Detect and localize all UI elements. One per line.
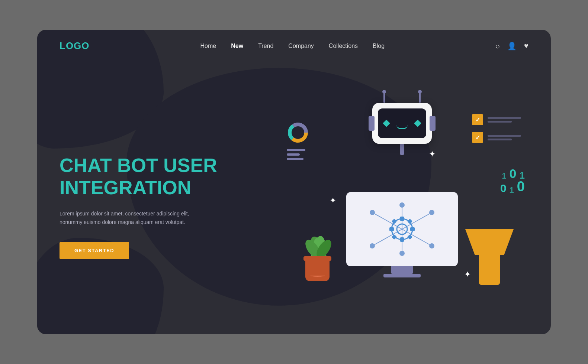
monitor-base <box>383 274 421 277</box>
check-lines-2 <box>488 135 521 140</box>
funnel <box>465 229 514 285</box>
svg-point-14 <box>399 251 405 256</box>
robot-head <box>372 103 432 144</box>
svg-point-12 <box>429 243 434 248</box>
binary-numbers: 1 0 1 0 1 0 <box>500 166 525 195</box>
chart-bar <box>287 158 303 160</box>
eye-diamond-left <box>383 120 390 127</box>
check-line <box>488 139 512 140</box>
robot-head-wrapper <box>372 103 432 144</box>
heart-icon[interactable]: ♥ <box>524 42 528 50</box>
gear-network-svg <box>357 198 447 261</box>
nav-item-new[interactable]: New <box>231 43 243 49</box>
hero-description: Lorem ipsum dolor sit amet, consectetuer… <box>60 209 193 227</box>
robot-eye-right <box>415 121 420 126</box>
svg-point-11 <box>370 243 375 248</box>
check-line <box>488 135 521 137</box>
svg-rect-17 <box>400 217 404 221</box>
robot-ear-left <box>369 116 375 131</box>
check-line <box>488 121 512 123</box>
illustration: ✓ ✓ 1 0 <box>276 92 528 315</box>
check-box-1: ✓ <box>472 114 483 125</box>
monitor-stand <box>391 266 413 274</box>
svg-rect-21 <box>407 219 412 224</box>
svg-rect-18 <box>400 237 404 242</box>
plant <box>305 256 331 281</box>
funnel-top <box>465 229 514 255</box>
logo[interactable]: LOGO <box>60 40 90 52</box>
funnel-middle <box>479 255 500 285</box>
svg-rect-22 <box>392 219 397 224</box>
nav-link-new[interactable]: New <box>231 43 243 49</box>
nav-link-home[interactable]: Home <box>200 43 216 49</box>
sparkle-icon-3: ✦ <box>464 270 471 279</box>
robot-face <box>378 108 426 138</box>
nav-item-collections[interactable]: Collections <box>329 43 358 49</box>
chart-bars <box>287 149 309 160</box>
nav-links: Home New Trend Company Collections Blog <box>200 43 385 49</box>
robot-body-connector <box>400 144 404 155</box>
nav-link-blog[interactable]: Blog <box>373 43 385 49</box>
svg-rect-24 <box>392 234 397 240</box>
hero-title: CHAT BOT USER INTEGRATION <box>60 155 245 199</box>
check-item-1: ✓ <box>472 114 521 125</box>
binary-digit: 1 <box>520 170 525 181</box>
plant-pot-decoration <box>310 274 325 277</box>
robot-eye-left <box>384 121 389 126</box>
svg-point-10 <box>429 210 434 215</box>
binary-digit: 0 <box>500 182 507 195</box>
nav-item-blog[interactable]: Blog <box>373 43 385 49</box>
nav-link-collections[interactable]: Collections <box>329 43 358 49</box>
plant-pot <box>305 261 330 281</box>
chart-element <box>287 121 309 160</box>
chart-bar <box>287 149 305 151</box>
eye-diamond-right <box>414 120 421 127</box>
svg-point-13 <box>399 202 405 208</box>
navbar: LOGO Home New Trend Company Collections … <box>37 30 551 62</box>
monitor-screen <box>346 192 458 266</box>
nav-icons: ⌕ 👤 ♥ <box>495 42 528 51</box>
search-icon[interactable]: ⌕ <box>495 42 500 50</box>
robot-smile <box>396 125 408 129</box>
main-content: CHAT BOT USER INTEGRATION Lorem ipsum do… <box>37 62 551 329</box>
left-section: CHAT BOT USER INTEGRATION Lorem ipsum do… <box>60 147 245 259</box>
robot <box>372 103 432 155</box>
check-lines-1 <box>488 117 521 123</box>
svg-rect-23 <box>407 234 412 240</box>
nav-item-company[interactable]: Company <box>288 43 314 49</box>
nav-item-trend[interactable]: Trend <box>258 43 273 49</box>
monitor <box>346 192 458 277</box>
svg-rect-19 <box>410 227 415 231</box>
nav-link-company[interactable]: Company <box>288 43 314 49</box>
chart-bar <box>287 153 300 156</box>
donut-chart-icon <box>287 121 309 144</box>
robot-ear-right <box>430 116 436 131</box>
svg-point-9 <box>370 210 375 215</box>
binary-digit: 1 <box>502 171 506 181</box>
binary-digit: 1 <box>510 185 514 195</box>
antenna-tip-left <box>382 90 386 94</box>
check-line <box>488 117 521 119</box>
svg-rect-20 <box>389 227 394 231</box>
check-box-2: ✓ <box>472 132 483 143</box>
antenna-tip-right <box>418 90 422 94</box>
user-icon[interactable]: 👤 <box>507 42 517 51</box>
page-card: LOGO Home New Trend Company Collections … <box>37 30 551 334</box>
plant-wrapper <box>305 256 331 281</box>
nav-link-trend[interactable]: Trend <box>258 43 273 49</box>
robot-antenna-right <box>419 92 421 103</box>
robot-antenna-left <box>383 92 385 103</box>
check-item-2: ✓ <box>472 132 521 143</box>
checklist: ✓ ✓ <box>472 114 521 143</box>
sparkle-icon-1: ✦ <box>330 196 336 205</box>
plant-pot-rim <box>303 256 331 261</box>
nav-item-home[interactable]: Home <box>200 43 216 49</box>
get-started-button[interactable]: GET STARTED <box>60 242 129 259</box>
